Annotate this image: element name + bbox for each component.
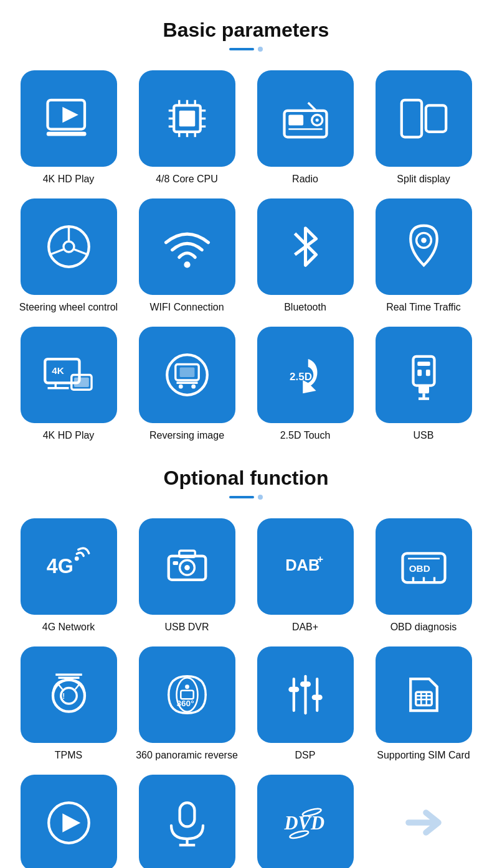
label-4k-hd-play-1: 4K HD Play: [43, 173, 95, 186]
item-usb: USB: [367, 327, 480, 442]
icon-360: 360°: [139, 646, 235, 743]
icon-reversing: [139, 327, 235, 423]
svg-marker-1: [62, 107, 78, 123]
svg-text:4K: 4K: [52, 365, 64, 375]
label-traffic: Real Time Traffic: [386, 301, 461, 314]
svg-rect-18: [288, 115, 303, 126]
svg-point-20: [315, 119, 318, 122]
svg-rect-24: [425, 105, 445, 132]
item-sim: Supporting SIM Card: [367, 646, 480, 762]
item-4k-hd-play-1: 4K HD Play: [12, 70, 125, 186]
label-4g: 4G Network: [42, 621, 95, 634]
icon-4k-hd-play-2: 4K: [21, 327, 117, 423]
svg-rect-23: [401, 100, 421, 138]
svg-point-32: [421, 238, 427, 243]
icon-radio: [257, 70, 354, 167]
label-360: 360 panoramic reverse: [136, 749, 238, 762]
icon-bluetooth: [257, 198, 354, 295]
basic-grid: 4K HD Play 4/8 Core CPU: [12, 70, 480, 442]
icon-touch: 2.5D: [257, 327, 354, 423]
icon-voice: [139, 775, 235, 868]
label-usb: USB: [414, 429, 434, 442]
icon-split-display: [376, 70, 472, 167]
svg-rect-47: [417, 362, 430, 366]
svg-text:4G: 4G: [46, 555, 73, 577]
item-dab: DAB + DAB+: [249, 518, 361, 634]
label-dab: DAB+: [292, 621, 318, 634]
item-traffic: Real Time Traffic: [367, 198, 480, 314]
item-4g: 4G 4G Network: [12, 518, 125, 634]
label-usb-dvr: USB DVR: [164, 621, 209, 634]
svg-point-54: [74, 557, 78, 561]
item-bluetooth: Bluetooth: [249, 198, 361, 314]
svg-point-57: [184, 565, 190, 571]
svg-point-76: [185, 685, 189, 689]
item-dvd: DVD DVD: [249, 775, 361, 868]
svg-rect-35: [74, 377, 89, 386]
svg-rect-75: [181, 691, 193, 699]
icon-sim: [376, 646, 472, 743]
svg-point-43: [178, 384, 182, 388]
svg-rect-46: [413, 356, 434, 385]
svg-rect-58: [179, 551, 195, 557]
icon-4k-hd-play-1: [21, 70, 117, 167]
svg-text:DAB: DAB: [285, 557, 319, 574]
label-reversing: Reversing image: [149, 429, 224, 442]
item-usb-dvr: USB DVR: [131, 518, 243, 634]
svg-rect-4: [179, 111, 195, 127]
svg-point-26: [64, 241, 74, 252]
svg-rect-59: [173, 561, 178, 565]
label-obd: OBD diagnosis: [390, 621, 457, 634]
svg-text:2.5D: 2.5D: [290, 371, 312, 383]
item-dsp: DSP: [249, 646, 361, 762]
svg-text:+: +: [317, 553, 323, 565]
icon-arrow[interactable]: [376, 775, 472, 868]
icon-tpms: !: [21, 646, 117, 743]
item-arrow[interactable]: [367, 775, 480, 868]
icon-dab: DAB +: [257, 518, 354, 615]
label-wifi: WIFI Connection: [149, 301, 224, 314]
svg-rect-48: [417, 370, 422, 376]
svg-rect-49: [425, 370, 430, 376]
svg-rect-82: [300, 681, 311, 687]
svg-text:360°: 360°: [176, 699, 194, 708]
icon-dsp: [257, 646, 354, 743]
svg-line-28: [49, 250, 63, 255]
icon-cpu: [139, 70, 235, 167]
item-voice: Voice control: [131, 775, 243, 868]
svg-rect-41: [179, 367, 194, 376]
svg-rect-83: [311, 695, 322, 701]
item-4k-hd-play-2: 4K 4K HD Play: [12, 327, 125, 442]
icon-traffic: [376, 198, 472, 295]
label-steering-wheel: Steering wheel control: [19, 301, 118, 314]
icon-4g: 4G: [21, 518, 117, 615]
item-radio: Radio: [249, 70, 361, 186]
svg-line-29: [74, 250, 88, 255]
item-reversing: Reversing image: [131, 327, 243, 442]
item-split-display: Split display: [367, 70, 480, 186]
item-360: 360° 360 panoramic reverse: [131, 646, 243, 762]
svg-marker-90: [62, 813, 80, 833]
basic-decoration: [229, 47, 263, 52]
optional-title: Optional function: [164, 467, 329, 490]
label-touch: 2.5D Touch: [280, 429, 331, 442]
svg-point-30: [184, 261, 190, 268]
icon-dvd: DVD: [257, 775, 354, 868]
svg-line-70: [75, 684, 79, 690]
svg-point-44: [191, 384, 196, 388]
item-carplay: CarPlay: [12, 775, 125, 868]
item-cpu: 4/8 Core CPU: [131, 70, 243, 186]
svg-rect-50: [419, 385, 429, 393]
item-wifi: WIFI Connection: [131, 198, 243, 314]
label-dsp: DSP: [295, 749, 316, 762]
svg-line-69: [58, 684, 62, 690]
item-obd: OBD OBD diagnosis: [367, 518, 480, 634]
item-steering-wheel: Steering wheel control: [12, 198, 125, 314]
item-touch: 2.5D 2.5D Touch: [249, 327, 361, 442]
label-bluetooth: Bluetooth: [284, 301, 326, 314]
label-tpms: TPMS: [55, 749, 82, 762]
icon-usb: [376, 327, 472, 423]
icon-wifi: [139, 198, 235, 295]
label-4k-hd-play-2: 4K HD Play: [43, 429, 95, 442]
optional-decoration: [229, 495, 263, 500]
